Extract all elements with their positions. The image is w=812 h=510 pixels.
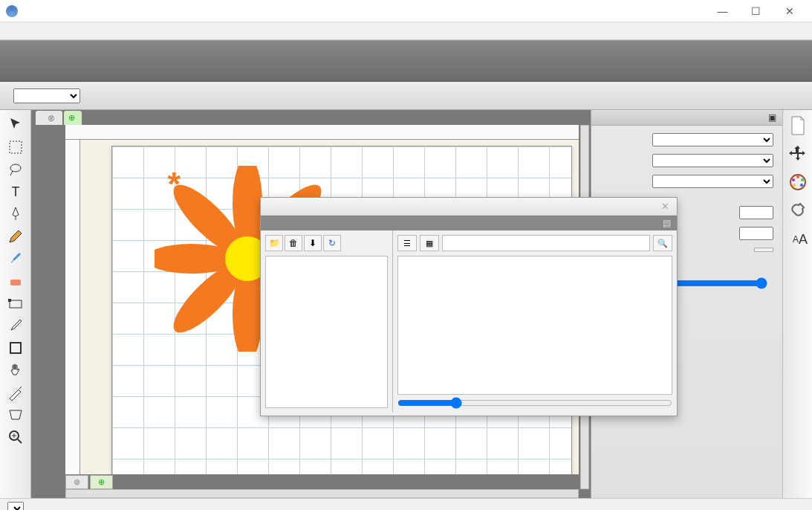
crop-tool[interactable] bbox=[5, 293, 26, 314]
new-folder-button[interactable]: 📁 bbox=[265, 235, 283, 251]
svg-point-19 bbox=[796, 175, 799, 178]
refresh-button[interactable]: ↻ bbox=[323, 235, 341, 251]
svg-point-22 bbox=[793, 184, 796, 187]
selection-tool[interactable] bbox=[5, 114, 26, 135]
svg-rect-4 bbox=[10, 300, 22, 308]
svg-point-1 bbox=[10, 164, 21, 172]
option-bar bbox=[0, 82, 812, 110]
brush-tool[interactable] bbox=[5, 248, 26, 269]
edit-button[interactable] bbox=[754, 248, 773, 252]
settings-panel-icon[interactable] bbox=[787, 199, 809, 222]
text-panel-icon[interactable]: AA bbox=[787, 227, 809, 250]
marquee-tool[interactable] bbox=[5, 137, 26, 158]
svg-point-23 bbox=[792, 178, 795, 181]
library-tabs: ▤ bbox=[261, 216, 677, 230]
lasso-tool[interactable] bbox=[5, 159, 26, 180]
text-tool[interactable]: T bbox=[5, 181, 26, 202]
hand-tool[interactable] bbox=[5, 360, 26, 381]
eraser-tool[interactable] bbox=[5, 271, 26, 291]
search-button[interactable]: 🔍 bbox=[653, 235, 672, 251]
library-search-input[interactable] bbox=[442, 235, 650, 251]
svg-point-21 bbox=[800, 184, 803, 187]
svg-rect-6 bbox=[10, 343, 21, 353]
maximize-button[interactable]: ☐ bbox=[739, 0, 773, 22]
app-icon bbox=[6, 5, 18, 17]
zoom-select[interactable] bbox=[7, 502, 24, 511]
panel-header: ▣ bbox=[591, 110, 782, 126]
svg-text:T: T bbox=[11, 184, 19, 199]
thumbnail-size-slider[interactable] bbox=[397, 397, 672, 409]
library-title[interactable]: ✕ bbox=[261, 198, 677, 216]
close-button[interactable]: ✕ bbox=[773, 0, 806, 22]
horizontal-ruler bbox=[65, 125, 579, 140]
library-panel[interactable]: ✕ ▤ 📁 🗑 ⬇ ↻ ☰ ▦ 🔍 bbox=[260, 197, 678, 416]
vertical-ruler bbox=[65, 140, 80, 474]
download-button[interactable]: ⬇ bbox=[304, 235, 322, 251]
svg-point-20 bbox=[801, 178, 804, 181]
library-tree-pane: 📁 🗑 ⬇ ↻ bbox=[261, 230, 393, 413]
page-tab[interactable]: ⊗ bbox=[65, 475, 88, 489]
move-panel-icon[interactable] bbox=[787, 143, 809, 165]
mat-size-select[interactable] bbox=[652, 133, 773, 146]
document-tabs: ⊗ ⊕ bbox=[31, 110, 591, 125]
minimize-button[interactable]: — bbox=[706, 0, 739, 22]
svg-text:A: A bbox=[799, 232, 808, 247]
add-page-tab[interactable]: ⊕ bbox=[90, 475, 113, 489]
units-select[interactable] bbox=[652, 175, 773, 188]
svg-rect-5 bbox=[8, 299, 11, 302]
svg-text:A: A bbox=[793, 234, 799, 245]
panel-menu-icon[interactable]: ▣ bbox=[768, 112, 776, 123]
delete-button[interactable]: 🗑 bbox=[285, 235, 302, 251]
add-document-tab[interactable]: ⊕ bbox=[64, 111, 82, 125]
plus-icon: ⊕ bbox=[98, 477, 105, 486]
grid-view-button[interactable]: ▦ bbox=[420, 235, 439, 251]
svg-text:*: * bbox=[168, 166, 181, 203]
library-close-icon[interactable]: ✕ bbox=[661, 201, 669, 212]
menubar bbox=[0, 22, 812, 40]
pencil-tool[interactable] bbox=[5, 226, 26, 247]
library-menu-icon[interactable]: ▤ bbox=[657, 216, 677, 230]
list-view-button[interactable]: ☰ bbox=[397, 235, 417, 251]
document-panel-icon[interactable] bbox=[787, 114, 809, 137]
shape-tool[interactable] bbox=[5, 338, 26, 358]
document-tab[interactable]: ⊗ bbox=[36, 111, 62, 125]
folder-tree[interactable] bbox=[265, 256, 388, 408]
svg-rect-0 bbox=[10, 141, 22, 153]
distort-tool[interactable] bbox=[5, 404, 26, 425]
horizontal-scrollbar[interactable] bbox=[65, 489, 579, 498]
right-toolbox: AA bbox=[782, 110, 812, 498]
library-shapes-pane: ☰ ▦ 🔍 bbox=[393, 230, 677, 413]
shape-grid[interactable] bbox=[397, 256, 672, 395]
plus-icon: ⊕ bbox=[68, 113, 75, 123]
tab-close-icon[interactable]: ⊗ bbox=[48, 113, 55, 123]
height-input[interactable] bbox=[739, 227, 773, 240]
statusbar bbox=[0, 498, 812, 510]
svg-rect-3 bbox=[10, 280, 21, 285]
main-toolbar bbox=[0, 40, 812, 82]
color-panel-icon[interactable] bbox=[787, 171, 809, 193]
knife-tool[interactable] bbox=[5, 382, 26, 403]
titlebar: — ☐ ✕ bbox=[0, 0, 812, 22]
page-close-icon[interactable]: ⊗ bbox=[74, 477, 80, 486]
page-tabs: ⊗ ⊕ bbox=[65, 474, 113, 489]
orientation-select[interactable] bbox=[652, 154, 773, 167]
eyedropper-tool[interactable] bbox=[5, 315, 26, 336]
pen-tool[interactable] bbox=[5, 204, 26, 225]
mode-select[interactable] bbox=[13, 88, 80, 103]
zoom-tool[interactable] bbox=[5, 427, 26, 448]
width-input[interactable] bbox=[739, 206, 773, 219]
left-toolbox: T bbox=[0, 110, 31, 498]
